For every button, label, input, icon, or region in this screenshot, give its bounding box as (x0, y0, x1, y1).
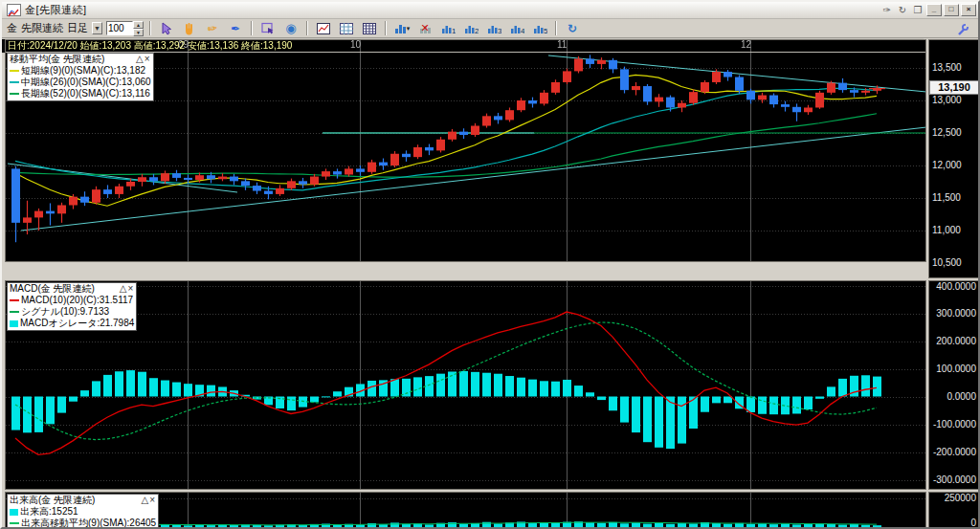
toolbar-separator (251, 21, 253, 35)
y-axis-tick: 400.0000 (936, 281, 976, 293)
macd-line-swatch (10, 299, 19, 301)
marker-pen-icon[interactable]: ✒ (226, 20, 245, 36)
delete-indicator-icon[interactable]: ✕ (415, 20, 434, 36)
legend-close-icon[interactable]: × (145, 54, 151, 64)
title-bar: 金[先限連続] ✑ ↻ ❐ _ □ × (2, 2, 978, 19)
y-axis-tick: -100.0000 (933, 419, 976, 430)
y-axis-tick: 11,500 (932, 192, 961, 204)
svg-text:3: 3 (498, 27, 501, 34)
toolbar-separator (149, 21, 151, 35)
macd-legend-title: MACD(金 先限連続) (10, 283, 95, 295)
legend-close-icon[interactable]: × (149, 495, 156, 505)
y-axis-tick: 100.0000 (936, 364, 976, 375)
main-chart-panel[interactable]: 日付:2024/12/20 始値:13,203 高値:13,292 安値:13,… (5, 39, 926, 262)
volume-ma-label: 出来高移動平均(9)(SMA):26405 (21, 518, 156, 529)
ma-legend-title: 移動平均(金 先限連続) (10, 54, 104, 65)
indicator-4-icon[interactable]: 4 (507, 20, 526, 36)
bar-count-stepper[interactable]: ▲▼ (133, 21, 144, 35)
volume-panel[interactable]: 出来高(金 先限連続) △× 出来高:15251 出来高移動平均(9)(SMA)… (5, 492, 926, 529)
indicator-3-icon[interactable]: 3 (484, 20, 503, 36)
toolbar: 金 先限連続 日足 ▼ ▲▼ ✏ ✒ ◉ ▾ ✕ 1 2 3 4 5 ↻ (2, 19, 978, 38)
minimize-button[interactable]: _ (926, 4, 942, 16)
y-axis-tick: 0 (970, 518, 976, 529)
pin-icon[interactable]: ✑ (880, 5, 894, 15)
macd-legend: MACD(金 先限連続) △× MACD(10)(20)(C):31.5117 … (7, 282, 137, 331)
macd-canvas[interactable] (6, 281, 925, 489)
ma-legend: 移動平均(金 先限連続) △× 短期線(9)(0)(SMA)(C):13,182… (7, 53, 154, 101)
y-axis-tick: 250000 (945, 493, 976, 504)
svg-text:4: 4 (521, 27, 524, 34)
y-axis-tick: 13,000 (932, 95, 962, 106)
bar-count-input[interactable] (106, 21, 133, 35)
y-axis-tick: -300.0000 (933, 474, 976, 486)
period-dropdown-arrow[interactable]: ▼ (92, 22, 102, 34)
ohlc-info-bar: 日付:2024/12/20 始値:13,203 高値:13,292 安値:13,… (6, 40, 925, 53)
macd-panel[interactable]: MACD(金 先限連続) △× MACD(10)(20)(C):31.5117 … (5, 280, 926, 490)
toolbar-separator (555, 21, 557, 35)
y-axis-tick: 300.0000 (936, 308, 976, 320)
circle-target-icon[interactable]: ◉ (281, 20, 301, 36)
volume-legend-title: 出来高(金 先限連続) (10, 495, 95, 506)
period-select[interactable]: 日足 (67, 21, 88, 35)
indicator-5-icon[interactable]: 5 (530, 20, 549, 36)
grid-small-icon[interactable] (337, 20, 356, 36)
indicator-2-icon[interactable]: 2 (461, 20, 480, 36)
svg-text:2: 2 (475, 27, 479, 34)
macd-line-label: MACD(10)(20)(C):31.5117 (21, 295, 133, 306)
current-price-box: 13,190 (929, 80, 979, 95)
volume-swatch (10, 509, 18, 516)
oscillator-label: MACDオシレータ:21.7984 (20, 318, 134, 329)
sma-short-label: 短期線(9)(0)(SMA)(C):13,182 (21, 65, 145, 77)
oscillator-swatch (10, 320, 18, 327)
y-axis-tick: 12,000 (932, 160, 962, 171)
svg-text:5: 5 (544, 27, 547, 34)
refresh-icon[interactable]: ↻ (563, 20, 582, 36)
hand-icon[interactable] (180, 20, 199, 36)
contract-label: 先限連続 (21, 21, 63, 35)
price-axis[interactable]: 13,50013,00012,50012,00011,50011,00010,5… (928, 39, 980, 278)
signal-line-swatch (10, 311, 19, 313)
pencil-icon[interactable]: ✏ (202, 18, 224, 37)
sma-mid-label: 中期線(26)(0)(SMA)(C):13,060 (21, 77, 151, 88)
indicator-1-icon[interactable]: 1 (438, 20, 457, 36)
y-axis-tick: 200.0000 (936, 336, 976, 347)
window-title: 金[先限連続] (25, 3, 87, 17)
reload-icon[interactable]: ↻ (896, 5, 909, 15)
sma-long-swatch (10, 93, 19, 95)
sma-short-swatch (10, 70, 19, 72)
select-box-icon[interactable] (258, 20, 278, 36)
cursor-icon[interactable] (157, 20, 176, 36)
chart-type-icon[interactable]: ▾ (392, 20, 412, 36)
symbol-label: 金 (7, 21, 17, 35)
legend-collapse-icon[interactable]: △ (136, 54, 145, 64)
volume-ma-swatch (10, 522, 19, 524)
chart-window-icon[interactable] (314, 20, 333, 36)
sma-long-label: 長期線(52)(0)(SMA)(C):13,116 (21, 88, 150, 99)
macd-axis[interactable]: 400.0000300.0000200.0000100.00000.0000-1… (928, 280, 980, 490)
volume-axis[interactable]: 2500000 (928, 492, 980, 529)
chart-area: 日付:2024/12/20 始値:13,203 高値:13,292 安値:13,… (2, 38, 978, 527)
y-axis-tick: 13,500 (932, 62, 962, 74)
app-window: 金[先限連続] ✑ ↻ ❐ _ □ × 金 先限連続 日足 ▼ ▲▼ ✏ ✒ ◉ (0, 0, 980, 529)
grid-large-icon[interactable] (360, 20, 379, 36)
toolbar-separator (385, 21, 387, 35)
volume-legend: 出来高(金 先限連続) △× 出来高:15251 出来高移動平均(9)(SMA)… (7, 494, 159, 529)
y-axis-tick: 10,500 (932, 257, 962, 269)
sma-mid-swatch (10, 81, 19, 83)
y-axis-tick: 11,000 (932, 225, 961, 236)
legend-close-icon[interactable]: × (127, 283, 134, 294)
y-axis-tick: -200.0000 (933, 447, 976, 458)
toolbar-separator (306, 21, 308, 35)
y-axis-tick: 12,500 (932, 127, 962, 139)
volume-label: 出来高:15251 (20, 506, 78, 518)
maximize-button[interactable]: □ (944, 4, 959, 16)
y-axis-tick: 0.0000 (947, 391, 976, 403)
signal-line-label: シグナル(10):9.7133 (21, 306, 109, 318)
chart-line-icon (7, 4, 21, 16)
svg-text:1: 1 (452, 27, 456, 34)
wrench-icon[interactable] (953, 21, 972, 37)
legend-collapse-icon[interactable]: △ (142, 495, 150, 505)
cascade-icon[interactable]: ❐ (911, 5, 924, 15)
close-button[interactable]: × (961, 4, 976, 16)
